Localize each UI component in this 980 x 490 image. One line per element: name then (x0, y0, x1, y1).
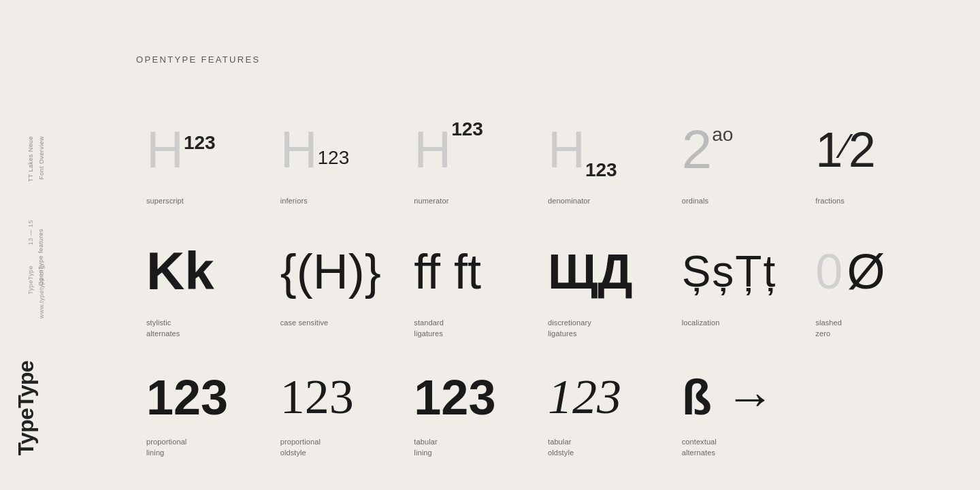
feature-ordinals: 2ao ordinals (672, 99, 806, 220)
label-tabular-oldstyle: tabular oldstyle (548, 436, 574, 459)
label-discretionary-ligatures: discretionary ligatures (548, 317, 591, 340)
label-slashed-zero: slashed zero (815, 317, 842, 340)
label-ordinals: ordinals (682, 195, 708, 207)
company-name: TypeType (27, 265, 34, 295)
feature-contextual-alternates: ß → contextual alternates (672, 353, 806, 472)
feature-slashed-zero: 0 Ø slashed zero (805, 220, 939, 353)
glyph-case-sensitive: {(H)} (280, 234, 381, 309)
label-proportional-oldstyle: proportional oldstyle (280, 436, 321, 459)
label-inferiors: inferiors (280, 195, 308, 207)
feature-proportional-lining: 123 proportional lining (136, 353, 270, 472)
feature-discretionary-ligatures: ЩД discretionary ligatures (538, 220, 672, 353)
features-grid: H123 superscript H123 inferiors H123 num… (136, 99, 939, 472)
feature-numerator: H123 numerator (404, 99, 538, 220)
feature-superscript: H123 superscript (136, 99, 270, 220)
font-overview: Font Overview (38, 136, 45, 180)
glyph-numerator: H123 (414, 112, 483, 187)
glyph-ordinals: 2ao (682, 112, 734, 187)
label-case-sensitive: case sensitive (280, 317, 329, 329)
label-superscript: superscript (146, 195, 184, 207)
glyph-fractions: 1⁄2 (815, 112, 875, 187)
brand-logo: TypeType (14, 361, 39, 456)
glyph-denominator: H123 (548, 112, 617, 187)
feature-standard-ligatures: ff ft standard ligatures (404, 220, 538, 353)
label-numerator: numerator (414, 195, 448, 207)
glyph-tabular-oldstyle: 123 (548, 367, 621, 428)
glyph-discretionary-ligatures: ЩД (548, 234, 633, 309)
feature-stylistic-alternates: Kk stylistic alternates (136, 220, 270, 353)
feature-fractions: 1⁄2 fractions (805, 99, 939, 220)
feature-localization: ȘșȚț localization (672, 220, 806, 353)
feature-empty (805, 353, 939, 472)
glyph-standard-ligatures: ff ft (414, 234, 481, 309)
glyph-proportional-lining: 123 (146, 367, 228, 428)
page-numbers: 13 — 15 (27, 220, 34, 245)
glyph-superscript: H123 (146, 112, 216, 187)
glyph-inferiors: H123 (280, 112, 350, 187)
main-content: OPENTYPE FEATURES H123 superscript H123 … (109, 0, 980, 490)
label-contextual-alternates: contextual alternates (682, 436, 717, 459)
label-standard-ligatures: standard ligatures (414, 317, 444, 340)
glyph-contextual-alternates: ß → (682, 367, 774, 428)
glyph-localization: ȘșȚț (682, 234, 777, 309)
label-tabular-lining: tabular lining (414, 436, 437, 459)
glyph-stylistic-alternates: Kk (146, 234, 214, 309)
label-localization: localization (682, 317, 720, 329)
label-denominator: denominator (548, 195, 590, 207)
glyph-proportional-oldstyle: 123 (280, 367, 354, 428)
feature-proportional-oldstyle: 123 proportional oldstyle (270, 353, 404, 472)
font-name: TT Lakes Neue (27, 136, 34, 182)
label-proportional-lining: proportional lining (146, 436, 186, 459)
feature-tabular-oldstyle: 123 tabular oldstyle (538, 353, 672, 472)
feature-tabular-lining: 123 tabular lining (404, 353, 538, 472)
sidebar: 13 — 15 OpenType features TT Lakes Neue … (0, 0, 109, 490)
feature-denominator: H123 denominator (538, 99, 672, 220)
feature-inferiors: H123 inferiors (270, 99, 404, 220)
company-url: www.typetype.org (38, 265, 45, 318)
feature-case-sensitive: {(H)} case sensitive (270, 220, 404, 353)
label-fractions: fractions (815, 195, 845, 207)
glyph-slashed-zero: 0 Ø (815, 234, 885, 309)
page-title: OPENTYPE FEATURES (136, 54, 939, 65)
glyph-tabular-lining: 123 (414, 367, 495, 428)
label-stylistic-alternates: stylistic alternates (146, 317, 180, 340)
